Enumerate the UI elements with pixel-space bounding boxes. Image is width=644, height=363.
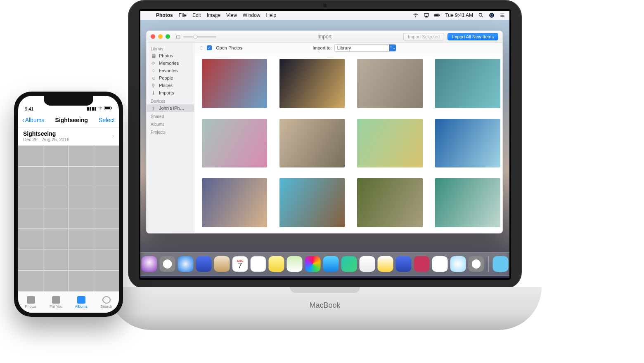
iphone-album-daterange: Dec 26 – Aug 25, 2016 (23, 137, 69, 142)
dock-maps-icon[interactable] (287, 256, 303, 272)
airplay-icon[interactable] (424, 12, 429, 18)
macbook-camera (323, 4, 327, 7)
import-thumbnail[interactable] (435, 59, 500, 108)
import-thumbnail[interactable] (357, 178, 422, 227)
sidebar-item-places[interactable]: ⚲Places (147, 82, 194, 89)
import-to-select[interactable]: Library ⌃⌄ (334, 44, 396, 52)
apple-menu-icon[interactable] (144, 12, 150, 18)
import-thumbnail[interactable] (279, 119, 345, 168)
svg-point-6 (489, 13, 494, 18)
import-thumbnail[interactable] (202, 119, 267, 168)
iphone-tab-bar: Photos For You Albums Search (18, 291, 119, 313)
svg-point-0 (416, 16, 416, 17)
open-photos-checkbox[interactable]: ✓ (207, 45, 212, 50)
dock-contacts-icon[interactable] (214, 256, 230, 272)
window-titlebar[interactable]: ▢ Import Import Selected Import All New … (147, 31, 502, 42)
dock-appstore-icon[interactable] (450, 256, 466, 272)
iphone-device: 9:41 ▮▮▮▮ ‹ Albums Sightseeing Select Si… (14, 92, 123, 317)
search-icon (102, 296, 111, 304)
menubar-item-file[interactable]: File (179, 12, 187, 18)
sidebar-item-device-iphone[interactable]: ▯John's iPh… (147, 104, 194, 112)
dock-keynote-icon[interactable] (378, 256, 393, 272)
import-to-label: Import to: (313, 45, 331, 50)
iphone-album-header[interactable]: Sightseeing Dec 26 – Aug 25, 2016 › (18, 128, 119, 146)
chevron-left-icon: ‹ (22, 117, 24, 123)
dock-itunes-icon[interactable] (432, 256, 448, 272)
svg-point-5 (479, 13, 482, 16)
sidebar-section-shared[interactable]: Shared (147, 112, 194, 120)
dock-numbers-icon[interactable] (360, 256, 375, 272)
clock-icon: ⟳ (152, 61, 156, 66)
iphone-back-button[interactable]: ‹ Albums (22, 117, 44, 123)
import-thumbnail[interactable] (202, 59, 267, 108)
menubar-clock[interactable]: Tue 9:41 AM (445, 12, 473, 18)
import-to-value: Library (337, 45, 351, 50)
sidebar-item-favorites[interactable]: ♡Favorites (147, 67, 194, 74)
open-photos-label: Open Photos (216, 45, 242, 50)
iphone-back-label: Albums (25, 117, 45, 123)
dock-news-icon[interactable] (414, 256, 430, 272)
battery-icon[interactable] (434, 12, 440, 18)
menubar-item-edit[interactable]: Edit (192, 12, 201, 18)
sidebar-item-imports[interactable]: ⤓Imports (147, 89, 194, 97)
battery-icon (104, 106, 112, 111)
import-thumbnail[interactable] (357, 119, 422, 168)
chevron-updown-icon: ⌃⌄ (389, 45, 396, 51)
iphone-tab-for-you[interactable]: For You (43, 292, 69, 313)
dock-notes-icon[interactable] (269, 256, 284, 272)
import-thumbnail[interactable] (202, 178, 267, 227)
iphone-tab-search[interactable]: Search (94, 292, 119, 313)
iphone-tab-photos[interactable]: Photos (18, 292, 43, 313)
chevron-right-icon: › (112, 133, 114, 139)
sidebar-item-photos[interactable]: ▦Photos (147, 52, 194, 59)
iphone-notch (44, 96, 93, 106)
menubar-item-window[interactable]: Window (243, 12, 260, 18)
import-toolbar: ▯ ✓ Open Photos Import to: Library ⌃⌄ (194, 42, 502, 53)
dock-facetime-icon[interactable] (341, 256, 357, 272)
menubar-item-help[interactable]: Help (266, 12, 277, 18)
dock-calendar-icon[interactable]: AUG 7 (232, 256, 248, 272)
iphone-select-button[interactable]: Select (99, 117, 115, 123)
import-thumbnail[interactable] (435, 178, 500, 227)
person-icon: ☺ (152, 75, 156, 80)
iphone-nav-bar: ‹ Albums Sightseeing Select (18, 112, 119, 128)
dock-siri-icon[interactable] (142, 256, 157, 272)
import-main-pane: ▯ ✓ Open Photos Import to: Library ⌃⌄ (194, 42, 502, 233)
spotlight-search-icon[interactable] (478, 12, 484, 18)
import-thumbnail[interactable] (279, 178, 345, 227)
import-thumbnail[interactable] (435, 119, 500, 168)
notification-center-icon[interactable] (500, 12, 505, 18)
dock-launchpad-icon[interactable] (160, 256, 175, 272)
siri-icon[interactable] (489, 12, 495, 18)
macbook-device: Photos File Edit Image View Window Help … (108, 0, 542, 342)
menubar-item-view[interactable]: View (226, 12, 237, 18)
wifi-icon (98, 106, 104, 111)
dock-mail-icon[interactable] (196, 256, 212, 272)
sidebar-item-people[interactable]: ☺People (147, 74, 194, 82)
dock-pages-icon[interactable] (396, 256, 412, 272)
dock-messages-icon[interactable] (323, 256, 339, 272)
import-thumbnail[interactable] (357, 59, 422, 108)
macos-dock: AUG 7 (140, 252, 509, 276)
cellular-signal-icon: ▮▮▮▮ (87, 106, 97, 111)
dock-system-preferences-icon[interactable] (469, 256, 484, 272)
svg-rect-3 (435, 14, 439, 16)
wifi-icon[interactable] (413, 12, 419, 18)
import-thumbnail[interactable] (279, 59, 345, 108)
dock-photos-icon[interactable] (305, 256, 321, 272)
iphone-photo-grid[interactable] (18, 146, 119, 291)
svg-rect-10 (105, 107, 110, 109)
sidebar-item-memories[interactable]: ⟳Memories (147, 59, 194, 67)
iphone-nav-title: Sightseeing (55, 117, 88, 123)
dock-safari-icon[interactable] (178, 256, 194, 272)
sidebar-section-projects[interactable]: Projects (147, 127, 194, 135)
dock-reminders-icon[interactable] (251, 256, 266, 272)
sidebar-item-label: Places (159, 83, 173, 88)
iphone-tab-albums[interactable]: Albums (69, 292, 94, 313)
dock-downloads-icon[interactable] (493, 256, 509, 272)
heart-icon (52, 296, 60, 304)
sidebar-section-albums[interactable]: Albums (147, 120, 194, 127)
heart-icon: ♡ (152, 68, 156, 73)
menubar-app-name[interactable]: Photos (156, 12, 173, 18)
menubar-item-image[interactable]: Image (207, 12, 220, 18)
